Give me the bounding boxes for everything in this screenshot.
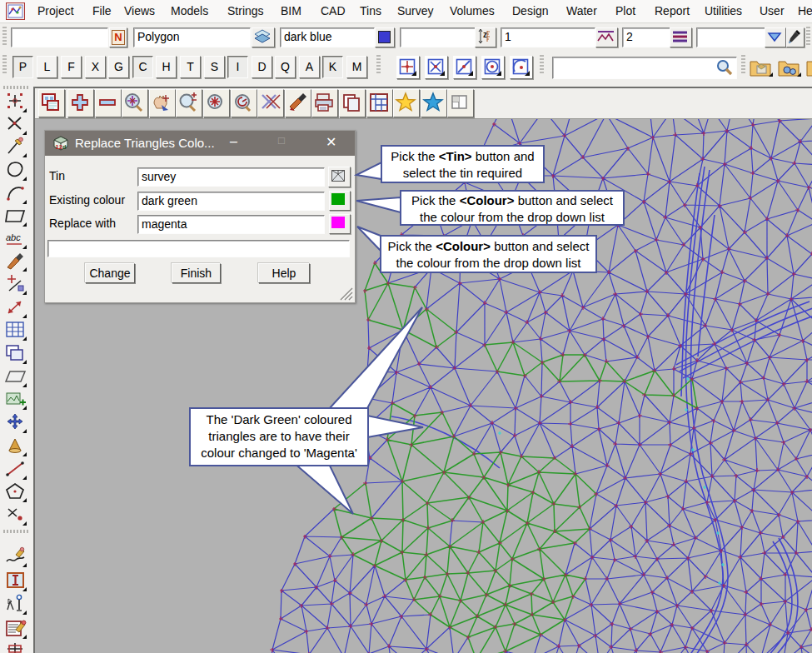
svg-text:12: 12 [56, 143, 62, 151]
svg-text:d: d [62, 143, 67, 151]
svg-text:abc: abc [6, 232, 21, 242]
svg-text:z: z [483, 30, 487, 39]
